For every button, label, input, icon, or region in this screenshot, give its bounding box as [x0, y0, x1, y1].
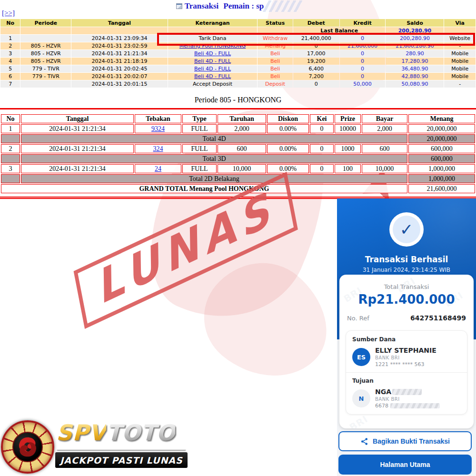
col-header-tanggal: Tanggal — [21, 114, 134, 123]
cell-bayar: 2,000 — [362, 124, 407, 133]
status-badge: Beli — [258, 50, 293, 57]
page-title-transaksi: Transaksi — [185, 1, 219, 10]
transactions-table: No Periode Tanggal Keterangan Status Deb… — [0, 19, 476, 88]
ref-row: No. Ref 642751168499 — [347, 314, 466, 322]
status-badge: Menang — [258, 42, 293, 50]
col-header-debet: Debet — [293, 19, 339, 27]
lunas-stamp-text: LUNAS — [91, 185, 279, 311]
cell-no: 2 — [1, 144, 20, 153]
bet-row: 3 2024-01-31 21:21:34 24 FULL 10,000 0.0… — [1, 164, 475, 173]
col-header-saldo: Saldo — [386, 19, 444, 27]
tebakan-link[interactable]: 324 — [153, 145, 163, 152]
cell-periode — [20, 35, 71, 42]
cell-tanggal: 2024-01-31 21:21:34 — [21, 144, 134, 153]
keterangan-link[interactable]: Beli 4D - FULL — [194, 50, 231, 57]
cell-via: Mobile — [444, 65, 476, 72]
keterangan-link[interactable]: Beli 4D - FULL — [194, 66, 231, 72]
receipt-sheet: BRI BRI BRI BRI BRI BRI BRI BRI Total Tr… — [339, 275, 474, 428]
keterangan-link[interactable]: Menang Pool HONGKONG — [179, 43, 246, 49]
status-badge: Withdraw — [258, 35, 293, 42]
cell-debet: 0 — [293, 42, 339, 50]
col-header-via: Via — [444, 19, 476, 27]
cell-diskon: 0.00% — [267, 124, 309, 133]
cell-saldo: 280.90 — [386, 50, 444, 57]
cell-taruhan: 10,000 — [218, 164, 266, 173]
col-header-no: No — [0, 19, 20, 27]
total-transaksi-label: Total Transaksi — [339, 283, 474, 290]
cell-debet: 17,000 — [293, 50, 339, 57]
table-row: 4 805 - HZVR 2024-01-31 21:18:19 Beli 4D… — [0, 58, 476, 65]
cell-kei: 0 — [310, 144, 334, 153]
total-value: 20,000,000 — [408, 134, 475, 143]
dest-account-redaction — [390, 403, 440, 408]
col-header-bayar: Bayar — [362, 114, 407, 123]
col-header-no: No — [1, 114, 20, 123]
page-title-pemain: Pemain : sp — [223, 1, 264, 10]
username-redaction — [263, 0, 303, 12]
cell-debet: 7,200 — [293, 73, 339, 80]
bets-box: No Tanggal Tebakan Type Taruhan Diskon K… — [0, 108, 476, 199]
bri-receipt-panel: ✓ Transaksi Berhasil 31 Januari 2024, 23… — [337, 198, 476, 476]
cell-saldo: 42,880.90 — [386, 73, 444, 80]
card-divider — [346, 372, 467, 373]
cell-tanggal: 2024-01-31 23:02:59 — [71, 42, 168, 50]
total-row: Total 3D 600,000 — [1, 154, 475, 163]
cell-no: 5 — [0, 65, 20, 72]
table-row: 1 2024-01-31 23:09:34 Tarik Dana Withdra… — [0, 35, 476, 42]
ref-value: 642751168499 — [410, 314, 466, 322]
source-name: ELLY STEPHANIE — [375, 347, 436, 354]
cell-no: 3 — [1, 164, 20, 173]
cell-keterangan: Tarik Dana — [168, 35, 258, 42]
cell-diskon: 0.00% — [267, 144, 309, 153]
table-row: 3 805 - HZVR 2024-01-31 21:21:34 Beli 4D… — [0, 50, 476, 57]
cell-tanggal: 2024-01-31 20:01:15 — [71, 80, 168, 88]
grand-total-value: 21,600,000 — [408, 184, 475, 193]
cell-diskon: 0.00% — [267, 164, 309, 173]
cell-tanggal: 2024-01-31 21:21:34 — [21, 124, 134, 133]
cell-debet: 6,400 — [293, 65, 339, 72]
status-badge: Beli — [258, 58, 293, 65]
dest-account: 6678 — [375, 403, 388, 409]
cell-menang: 1,000,000 — [408, 164, 475, 173]
site-watermark-swirl — [184, 239, 349, 403]
share-icon — [360, 437, 368, 446]
col-header-kredit: Kredit — [340, 19, 386, 27]
source-bank: BANK BRI — [375, 355, 436, 360]
source-account: 1221 **** **** 563 — [375, 361, 436, 367]
source-section-label: Sumber Dana — [352, 336, 461, 343]
cell-menang: 20,000,000 — [408, 124, 475, 133]
share-receipt-button[interactable]: Bagikan Bukti Transaksi — [338, 431, 472, 451]
cell-periode: 805 - HZVR — [20, 50, 71, 57]
cell-taruhan: 600 — [218, 144, 266, 153]
tebakan-link[interactable]: 24 — [155, 165, 161, 172]
brand-wordmark: SPVTOTO — [56, 422, 175, 444]
more-link[interactable]: [>>] — [2, 9, 15, 17]
grand-total-label: GRAND TOTAL Menang Pool HONGKONG — [1, 184, 407, 193]
col-header-type: Type — [182, 114, 217, 123]
cell-tanggal: 2024-01-31 23:09:34 — [71, 35, 168, 42]
tebakan-link[interactable]: 9324 — [151, 125, 165, 132]
table-row: 7 2024-01-31 20:01:15 Accept Deposit Dep… — [0, 80, 476, 88]
cell-kredit: 50,000 — [340, 80, 386, 88]
total-label: Total 4D — [21, 134, 407, 143]
total-transaksi-value: Rp21.400.000 — [339, 292, 474, 307]
cell-keterangan: Accept Deposit — [168, 80, 258, 88]
cell-prize: 1000 — [335, 144, 361, 153]
cell-tanggal: 2024-01-31 21:18:19 — [71, 58, 168, 65]
table-row: 5 779 - TIVR 2024-01-31 20:02:45 Beli 4D… — [0, 65, 476, 72]
keterangan-link[interactable]: Beli 4D - FULL — [194, 58, 231, 64]
keterangan-link[interactable]: Beli 4D - FULL — [194, 73, 231, 79]
cell-no: 3 — [0, 50, 20, 57]
status-badge: Deposit — [258, 80, 293, 88]
page-title: TransaksiPemain : sp — [0, 0, 476, 12]
cell-bayar: 600 — [362, 144, 407, 153]
cell-no: 1 — [0, 35, 20, 42]
cell-bayar: 10,000 — [362, 164, 407, 173]
cell-saldo: 200,280.90 — [386, 35, 444, 42]
success-check-icon: ✓ — [393, 216, 420, 243]
cell-no: 4 — [0, 58, 20, 65]
table-row: 2 805 - HZVR 2024-01-31 23:02:59 Menang … — [0, 42, 476, 50]
cell-periode: 779 - TIVR — [20, 73, 71, 80]
home-button[interactable]: Halaman Utama — [338, 455, 472, 475]
cell-menang: 600,000 — [408, 144, 475, 153]
